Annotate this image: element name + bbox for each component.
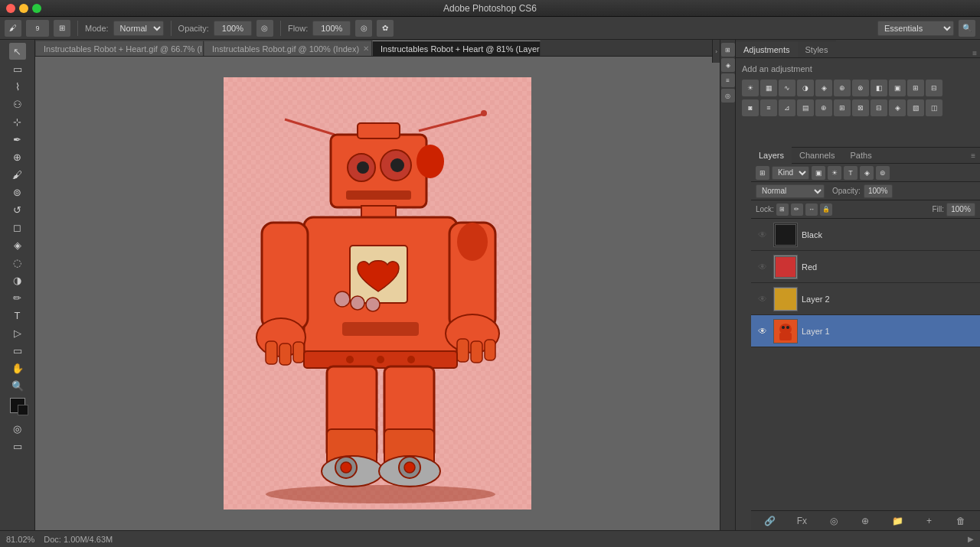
layer-row-2[interactable]: 👁 Layer 2 [751,283,980,315]
tab-1-close[interactable]: ✕ [363,44,369,53]
filter-adjustment-icon[interactable]: ☀ [828,166,841,180]
gradient-map-icon[interactable]: ▤ [797,99,814,116]
layer-fx-icon[interactable]: Fx [794,513,809,529]
delete-layer-icon[interactable]: 🗑 [953,513,969,529]
filter-pixel-icon[interactable]: ▣ [812,166,825,180]
brush-tool[interactable]: 🖌 [9,166,26,183]
invert-icon[interactable]: ◙ [742,99,759,116]
layer-link-icon[interactable]: 🔗 [763,513,778,529]
opacity-toggle-icon[interactable]: ◎ [256,20,273,37]
bw-icon[interactable]: ◧ [871,80,887,96]
shape-tool[interactable]: ▭ [9,342,26,359]
flow-input[interactable] [312,21,351,36]
text-tool[interactable]: T [9,307,26,324]
new-layer-icon[interactable]: + [922,513,937,529]
opacity-input[interactable] [214,21,252,36]
close-button[interactable] [6,4,15,13]
layer-mode-select[interactable]: Normal [756,184,825,198]
hand-tool[interactable]: ✋ [9,360,26,376]
brush-preset-icon[interactable]: ⊞ [54,20,70,37]
filter-kind-select[interactable]: Kind [772,166,809,180]
channels-tab[interactable]: Channels [792,147,842,164]
lock-paint-icon[interactable]: ✏ [791,203,803,216]
layer-visibility-black[interactable]: 👁 [756,228,769,242]
filter-shape-icon[interactable]: ◈ [860,166,874,180]
color-balance-icon[interactable]: ⊗ [852,80,869,96]
opacity-value[interactable] [864,184,893,198]
layers-panel-icon[interactable]: ≡ [721,73,735,87]
brush-size-icon[interactable]: 9 [26,20,49,37]
workspace-select[interactable]: Essentials [877,21,954,36]
adj-icon-11[interactable]: ◫ [926,99,942,116]
history-brush-tool[interactable]: ↺ [9,201,26,218]
color-lookup-icon[interactable]: ⊟ [926,80,942,96]
screen-mode-toggle[interactable]: ▭ [9,438,26,454]
fill-value[interactable] [946,203,975,217]
paths-tab[interactable]: Paths [843,147,880,164]
channel-mixer-icon[interactable]: ⊞ [907,80,924,96]
vibrance-icon[interactable]: ◈ [815,80,832,96]
layer-visibility-2[interactable]: 👁 [756,292,769,306]
airbrush-icon[interactable]: ✿ [377,20,394,37]
adj-icon-8[interactable]: ⊟ [871,99,887,116]
layer-row-black[interactable]: 👁 Black [751,219,980,251]
threshold-icon[interactable]: ⊿ [779,99,795,116]
adj-icon-9[interactable]: ◈ [889,99,906,116]
minimize-button[interactable] [19,4,28,13]
adj-icon-6[interactable]: ⊞ [834,99,851,116]
tab-2[interactable]: Instructables Robot + Heart @ 81% (Layer… [372,41,541,56]
layer-visibility-1[interactable]: 👁 [756,324,769,338]
move-tool[interactable]: ↖ [9,43,26,60]
layer-row-red[interactable]: 👁 Red [751,251,980,283]
foreground-color[interactable] [10,398,25,413]
lock-all-icon[interactable]: 🔒 [820,203,832,216]
adjustments-panel-icon[interactable]: ⊞ [721,43,735,57]
blur-tool[interactable]: ◌ [9,254,26,271]
background-color[interactable] [18,405,28,415]
layers-tab[interactable]: Layers [751,147,792,164]
quick-mask-toggle[interactable]: ◎ [9,420,26,437]
adj-icon-10[interactable]: ▧ [907,99,924,116]
filter-type-icon[interactable]: T [844,166,858,180]
layer-adjustment-icon[interactable]: ⊕ [858,513,873,529]
quick-select-tool[interactable]: ⚇ [9,96,26,112]
healing-tool[interactable]: ⊕ [9,148,26,165]
path-select-tool[interactable]: ▷ [9,324,26,341]
layer-visibility-red[interactable]: 👁 [756,260,769,274]
right-panel-collapse[interactable]: › [712,40,720,63]
adjustments-tab[interactable]: Adjustments [736,41,798,57]
zoom-tool[interactable]: 🔍 [9,377,26,394]
selective-color-icon[interactable]: ⊕ [815,99,832,116]
brightness-contrast-icon[interactable]: ☀ [742,80,759,96]
lock-pixels-icon[interactable]: ⊞ [776,203,789,216]
styles-panel-icon[interactable]: ◈ [721,58,735,72]
filter-icon[interactable]: ⊞ [756,166,769,180]
channels-panel-icon[interactable]: ◎ [721,89,735,103]
layer-group-icon[interactable]: 📁 [890,513,905,529]
pen-tool[interactable]: ✏ [9,289,26,306]
filter-smart-icon[interactable]: ⊚ [876,166,890,180]
flow-toggle-icon[interactable]: ◎ [355,20,372,37]
clone-tool[interactable]: ⊚ [9,184,26,200]
brush-tool-icon[interactable]: 🖌 [5,20,21,37]
lasso-tool[interactable]: ⌇ [9,78,26,95]
styles-tab[interactable]: Styles [798,41,836,57]
search-icon[interactable]: 🔍 [959,20,975,37]
hue-saturation-icon[interactable]: ⊕ [834,80,851,96]
layer-row-1[interactable]: 👁 Layer 1 [751,315,980,347]
posterize-icon[interactable]: ≡ [760,99,777,116]
tab-0[interactable]: Instructables Robot + Heart.gif @ 66.7% … [35,41,204,56]
dodge-tool[interactable]: ◑ [9,272,26,288]
select-rect-tool[interactable]: ▭ [9,60,26,77]
eraser-tool[interactable]: ◻ [9,219,26,236]
adj-panel-menu[interactable]: ≡ [969,49,980,57]
gradient-tool[interactable]: ◈ [9,236,26,253]
layers-panel-menu[interactable]: ≡ [966,151,980,160]
lock-move-icon[interactable]: ↔ [805,203,818,216]
levels-icon[interactable]: ▦ [760,80,777,96]
maximize-button[interactable] [32,4,41,13]
exposure-icon[interactable]: ◑ [797,80,814,96]
curves-icon[interactable]: ∿ [779,80,795,96]
adj-icon-7[interactable]: ⊠ [852,99,869,116]
layer-mask-icon[interactable]: ◎ [826,513,841,529]
